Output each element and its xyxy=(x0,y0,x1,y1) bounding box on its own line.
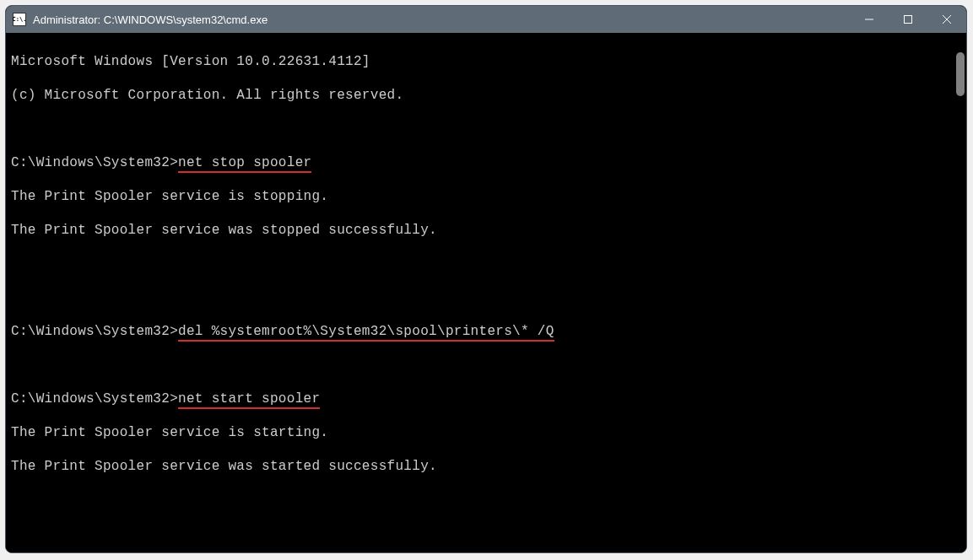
close-button[interactable] xyxy=(927,6,966,33)
minimize-button[interactable] xyxy=(850,6,889,33)
maximize-button[interactable] xyxy=(889,6,927,33)
command-prompt: C:\Windows\System32> xyxy=(11,155,178,170)
terminal-output: Microsoft Windows [Version 10.0.22631.41… xyxy=(11,53,961,70)
window-titlebar[interactable]: C:\. Administrator: C:\WINDOWS\system32\… xyxy=(6,6,966,33)
terminal-output: The Print Spooler service is starting. xyxy=(11,424,961,441)
terminal-output: The Print Spooler service was started su… xyxy=(11,458,961,475)
window-controls xyxy=(850,6,966,33)
annotation-underline xyxy=(178,407,320,409)
window-title: Administrator: C:\WINDOWS\system32\cmd.e… xyxy=(33,13,850,26)
terminal-output: The Print Spooler service was stopped su… xyxy=(11,222,961,239)
cmd-window: C:\. Administrator: C:\WINDOWS\system32\… xyxy=(5,5,967,553)
command-prompt: C:\Windows\System32> xyxy=(11,324,178,339)
command-text: net start spooler xyxy=(178,391,320,407)
close-icon xyxy=(943,15,951,24)
annotation-underline xyxy=(178,340,554,342)
maximize-icon xyxy=(904,15,912,24)
terminal-body[interactable]: Microsoft Windows [Version 10.0.22631.41… xyxy=(6,33,966,552)
command-prompt: C:\Windows\System32> xyxy=(11,391,178,407)
cmd-icon: C:\. xyxy=(13,13,26,26)
terminal-output: (c) Microsoft Corporation. All rights re… xyxy=(11,87,961,104)
annotation-underline xyxy=(178,171,311,173)
terminal-output: The Print Spooler service is stopping. xyxy=(11,188,961,205)
svg-rect-1 xyxy=(905,16,912,24)
minimize-icon xyxy=(865,15,873,24)
command-text: del %systemroot%\System32\spool\printers… xyxy=(178,324,554,339)
terminal-content: Microsoft Windows [Version 10.0.22631.41… xyxy=(11,36,961,552)
command-text: net stop spooler xyxy=(178,155,311,170)
